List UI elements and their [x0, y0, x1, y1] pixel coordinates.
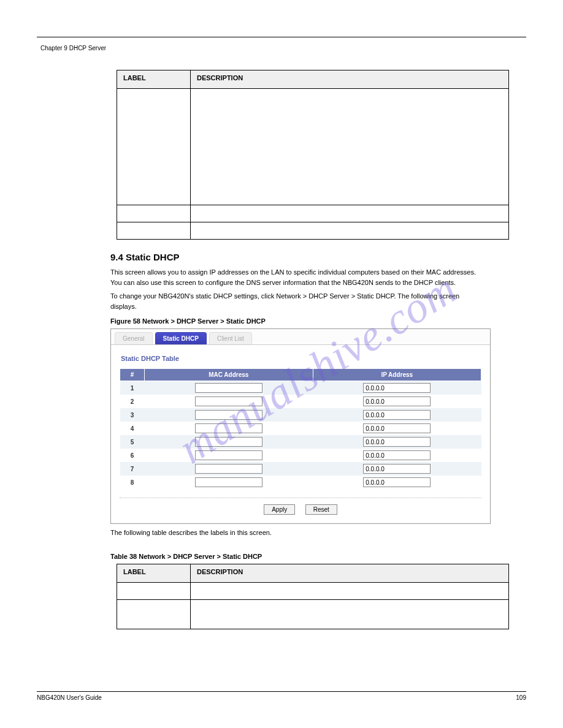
- table-row: 6: [120, 449, 481, 462]
- th-desc: DESCRIPTION: [191, 70, 509, 89]
- mac-address-input[interactable]: [195, 396, 262, 406]
- th-label: LABEL: [117, 70, 191, 89]
- button-row: Apply Reset: [120, 498, 481, 515]
- cell-label-0: [117, 89, 191, 205]
- t2-cell-desc-1: [191, 599, 509, 629]
- table-row: 1: [120, 381, 481, 395]
- table-38: LABEL DESCRIPTION: [117, 564, 509, 629]
- table2-caption: Table 38 Network > DHCP Server > Static …: [110, 553, 526, 560]
- th-ip: IP Address: [313, 369, 481, 381]
- mac-cell: [145, 435, 313, 449]
- ip-cell: [313, 381, 481, 395]
- static-dhcp-table: # MAC Address IP Address 12345678: [120, 368, 481, 489]
- panel-title: Static DHCP Table: [120, 351, 481, 368]
- cell-desc-2: [191, 222, 509, 240]
- tab-bar: General Static DHCP Client List: [111, 329, 490, 345]
- cell-label-2: [117, 222, 191, 240]
- ip-address-input[interactable]: [363, 396, 431, 406]
- ip-cell: [313, 476, 481, 489]
- ip-cell: [313, 395, 481, 408]
- section-para-2: To change your NBG420N's static DHCP set…: [110, 291, 478, 311]
- th-mac: MAC Address: [145, 369, 313, 381]
- mac-address-input[interactable]: [195, 477, 262, 487]
- ip-address-input[interactable]: [363, 464, 431, 474]
- section-heading: 9.4 Static DHCP: [110, 252, 526, 262]
- mac-cell: [145, 422, 313, 435]
- ip-cell: [313, 435, 481, 449]
- tab-static-dhcp[interactable]: Static DHCP: [155, 332, 207, 344]
- table-row: 4: [120, 422, 481, 435]
- apply-button[interactable]: Apply: [264, 504, 295, 515]
- page-footer: NBG420N User's Guide 109: [37, 691, 526, 701]
- t2-cell-label-1: [117, 599, 191, 629]
- mac-cell: [145, 462, 313, 476]
- row-number: 2: [120, 395, 145, 408]
- ip-address-input[interactable]: [363, 423, 431, 433]
- mac-cell: [145, 449, 313, 462]
- table-row: 8: [120, 476, 481, 489]
- tab-general[interactable]: General: [115, 332, 153, 344]
- table-row: 5: [120, 435, 481, 449]
- ip-cell: [313, 422, 481, 435]
- row-number: 1: [120, 381, 145, 395]
- mac-address-input[interactable]: [195, 437, 262, 447]
- t2-th-desc: DESCRIPTION: [191, 564, 509, 582]
- chapter-header: Chapter 9 DHCP Server: [40, 45, 526, 51]
- table-continued: LABEL DESCRIPTION: [117, 70, 509, 240]
- cell-label-1: [117, 205, 191, 222]
- mac-cell: [145, 381, 313, 395]
- ip-cell: [313, 408, 481, 422]
- ip-cell: [313, 462, 481, 476]
- table-row: 3: [120, 408, 481, 422]
- footer-left: NBG420N User's Guide: [37, 694, 102, 701]
- ip-address-input[interactable]: [363, 477, 431, 487]
- t2-cell-desc-0: [191, 582, 509, 599]
- mac-cell: [145, 476, 313, 489]
- mac-address-input[interactable]: [195, 464, 262, 474]
- t2-cell-label-0: [117, 582, 191, 599]
- row-number: 7: [120, 462, 145, 476]
- mac-address-input[interactable]: [195, 383, 262, 393]
- ip-address-input[interactable]: [363, 410, 431, 420]
- table-row: 2: [120, 395, 481, 408]
- after-para: The following table describes the labels…: [110, 528, 478, 538]
- t2-th-label: LABEL: [117, 564, 191, 582]
- screenshot-panel: General Static DHCP Client List Static D…: [110, 328, 491, 524]
- row-number: 5: [120, 435, 145, 449]
- row-number: 8: [120, 476, 145, 489]
- reset-button[interactable]: Reset: [305, 504, 337, 515]
- ip-cell: [313, 449, 481, 462]
- row-number: 6: [120, 449, 145, 462]
- header-rule: [37, 37, 526, 37]
- table-row: 7: [120, 462, 481, 476]
- figure-caption: Figure 58 Network > DHCP Server > Static…: [110, 317, 526, 325]
- mac-cell: [145, 395, 313, 408]
- ip-address-input[interactable]: [363, 450, 431, 460]
- mac-address-input[interactable]: [195, 410, 262, 420]
- ip-address-input[interactable]: [363, 383, 431, 393]
- footer-right: 109: [516, 694, 526, 701]
- mac-cell: [145, 408, 313, 422]
- th-num: #: [120, 369, 145, 381]
- ip-address-input[interactable]: [363, 437, 431, 447]
- mac-address-input[interactable]: [195, 423, 262, 433]
- cell-desc-1: [191, 205, 509, 222]
- mac-address-input[interactable]: [195, 450, 262, 460]
- row-number: 3: [120, 408, 145, 422]
- row-number: 4: [120, 422, 145, 435]
- tab-client-list[interactable]: Client List: [209, 332, 252, 344]
- section-para-1: This screen allows you to assign IP addr…: [110, 267, 478, 287]
- cell-desc-0: [191, 89, 509, 205]
